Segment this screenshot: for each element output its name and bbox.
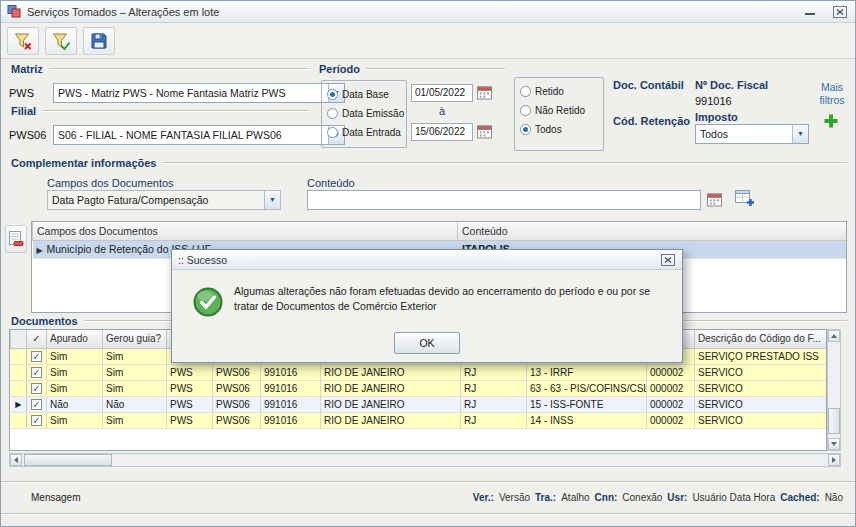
periodo-option[interactable]: Data Entrada xyxy=(327,123,401,142)
doc-cell: RIO DE JANEIRO xyxy=(321,364,461,380)
app-icon xyxy=(7,4,21,20)
date-to-input[interactable]: 15/06/2022 xyxy=(411,123,473,141)
apply-filter-button[interactable] xyxy=(45,27,77,55)
doc-column-header[interactable]: Descrição do Código do F... xyxy=(695,330,828,348)
documentos-label: Documentos xyxy=(11,315,78,327)
row-checkbox[interactable]: ✓ xyxy=(31,367,42,378)
remove-field-button[interactable] xyxy=(5,225,27,253)
dialog-body: Algumas alterações não foram efetuadas d… xyxy=(172,270,682,363)
scroll-left-button[interactable] xyxy=(10,454,22,466)
scroll-down-button[interactable] xyxy=(828,438,840,450)
doc-row[interactable]: ✓SimSimPWSPWS06991016RIO DE JANEIRORJ14 … xyxy=(11,412,828,428)
filial-select[interactable]: S06 - FILIAL - NOME FANTASIA FILIAL PWS0… xyxy=(53,125,345,145)
num-doc-fiscal-label: Nº Doc. Fiscal xyxy=(695,79,768,91)
row-checkbox[interactable]: ✓ xyxy=(31,383,42,394)
row-selector-cell xyxy=(11,412,27,428)
doc-cell: PWS xyxy=(167,412,213,428)
calendar-icon[interactable] xyxy=(707,192,722,207)
divider-line xyxy=(366,68,505,70)
horizontal-scroll-thumb[interactable] xyxy=(24,454,112,466)
radio-label: Data Base xyxy=(342,89,389,100)
doc-cell: PWS xyxy=(167,380,213,396)
periodo-section-title: Período xyxy=(319,63,505,75)
date-from-input[interactable]: 01/05/2022 xyxy=(411,84,473,102)
horizontal-scrollbar[interactable] xyxy=(9,453,841,467)
doc-cell: RJ xyxy=(461,412,527,428)
doc-column-header[interactable]: Gerou guia? xyxy=(103,330,167,348)
funnel-x-icon xyxy=(13,31,33,51)
between-label: à xyxy=(439,105,445,117)
doc-cell: Sim xyxy=(103,348,167,364)
dropdown-arrow-icon[interactable]: ▼ xyxy=(264,191,280,209)
doc-column-header[interactable]: ✓ xyxy=(27,330,47,348)
radio-icon xyxy=(520,105,531,116)
doc-cell: Sim xyxy=(47,412,103,428)
window-titlebar[interactable]: Serviços Tomados – Alterações em lote xyxy=(1,1,855,23)
doc-row[interactable]: ▶✓NãoNãoPWSPWS06991016RIO DE JANEIRORJ15… xyxy=(11,396,828,412)
complementar-label: Complementar informações xyxy=(11,157,156,169)
row-selector-cell xyxy=(11,380,27,396)
radio-icon xyxy=(327,108,338,119)
campo-documentos-select[interactable]: Data Pagto Fatura/Compensação ▼ xyxy=(47,190,281,210)
status-key: Usr: xyxy=(667,492,687,503)
doc-cell: RJ xyxy=(461,380,527,396)
campos-header-conteudo[interactable]: Conteúdo xyxy=(458,222,847,240)
filial-label: Filial xyxy=(11,105,36,117)
doc-cell: SERVICO xyxy=(695,380,828,396)
status-key: Cnn: xyxy=(595,492,618,503)
periodo-option[interactable]: Data Base xyxy=(327,85,401,104)
close-button[interactable] xyxy=(831,4,849,20)
doc-cell: Sim xyxy=(103,364,167,380)
campos-header-campo[interactable]: Campos dos Documentos xyxy=(33,222,458,240)
add-content-button[interactable] xyxy=(735,189,755,207)
dialog-close-button[interactable] xyxy=(660,253,676,267)
doc-cell: RJ xyxy=(461,396,527,412)
calendar-icon[interactable] xyxy=(477,124,492,139)
cod-retencao-label: Cód. Retenção xyxy=(613,115,690,127)
calendar-icon[interactable] xyxy=(477,85,492,100)
table-add-icon xyxy=(735,189,755,207)
doc-column-header[interactable]: Apurado xyxy=(47,330,103,348)
dialog-titlebar[interactable]: :: Sucesso xyxy=(172,250,682,270)
save-button[interactable] xyxy=(83,27,115,55)
ok-button[interactable]: OK xyxy=(394,332,460,354)
arrow-down-icon xyxy=(831,442,837,446)
imposto-select[interactable]: Todos ▼ xyxy=(695,124,809,144)
vertical-scroll-thumb[interactable] xyxy=(828,408,840,434)
row-checkbox[interactable]: ✓ xyxy=(31,399,42,410)
doc-row[interactable]: ✓SimSimPWSPWS06991016RIO DE JANEIRORJ63 … xyxy=(11,380,828,396)
row-selector-header xyxy=(11,330,27,348)
retencao-option[interactable]: Todos xyxy=(520,120,598,139)
clear-filter-button[interactable] xyxy=(7,27,39,55)
row-checkbox[interactable]: ✓ xyxy=(31,415,42,426)
campo-documentos-label: Campos dos Documentos xyxy=(47,177,174,189)
vertical-scrollbar[interactable] xyxy=(827,329,841,451)
periodo-option[interactable]: Data Emissão xyxy=(327,104,401,123)
radio-icon xyxy=(327,127,338,138)
conteudo-input[interactable] xyxy=(307,190,701,210)
scroll-right-button[interactable] xyxy=(828,454,840,466)
success-dialog: :: Sucesso Algumas alterações não foram … xyxy=(171,249,683,363)
retencao-option[interactable]: Retido xyxy=(520,82,598,101)
doc-row[interactable]: ✓SimSimPWSPWS06991016RIO DE JANEIRORJ13 … xyxy=(11,364,828,380)
status-info: Ver.:VersãoTra.:AtalhoCnn:ConexãoUsr:Usu… xyxy=(473,492,843,503)
doc-cell: Sim xyxy=(103,380,167,396)
complementar-section-title: Complementar informações xyxy=(11,157,847,169)
row-checkbox[interactable]: ✓ xyxy=(31,351,42,362)
doc-cell: Não xyxy=(47,396,103,412)
radio-label: Data Entrada xyxy=(342,127,401,138)
doc-cell: Sim xyxy=(47,364,103,380)
dropdown-arrow-icon[interactable]: ▼ xyxy=(792,125,808,143)
status-key: Tra.: xyxy=(535,492,556,503)
scroll-up-button[interactable] xyxy=(828,330,840,342)
status-value: Conexão xyxy=(622,492,662,503)
matriz-select[interactable]: PWS - Matriz PWS - Nome Fantasia Matriz … xyxy=(53,83,345,103)
retencao-option[interactable]: Não Retido xyxy=(520,101,598,120)
minimize-button[interactable] xyxy=(801,4,819,20)
add-filter-button[interactable] xyxy=(823,113,839,129)
filial-section-title: Filial xyxy=(11,105,309,117)
close-icon xyxy=(833,6,847,18)
doc-cell: PWS06 xyxy=(213,380,261,396)
num-doc-fiscal-value[interactable]: 991016 xyxy=(695,95,732,107)
row-selector-cell xyxy=(11,348,27,364)
